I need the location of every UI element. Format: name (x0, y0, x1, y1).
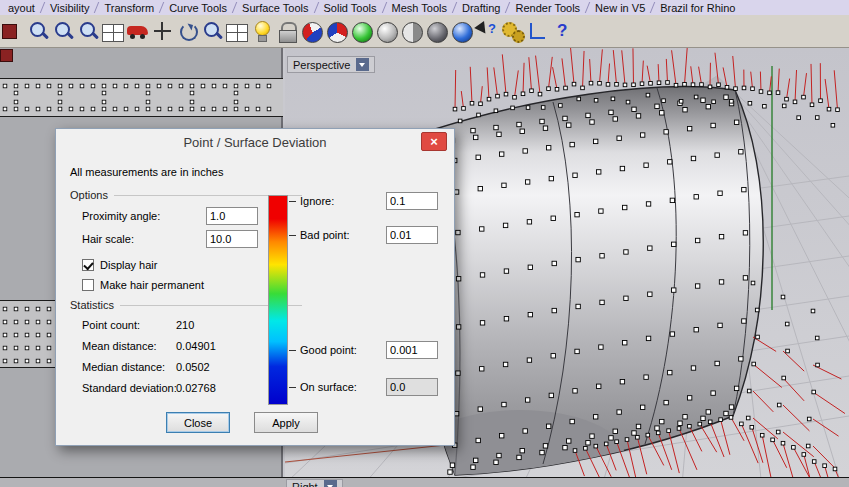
render-sphere-icon[interactable] (325, 19, 348, 44)
rhino-window: ayoutVisibilityTransformCurve ToolsSurfa… (0, 0, 849, 487)
left-viewport-object-strip-lower (0, 300, 57, 368)
stat-value: 210 (176, 319, 194, 331)
stat-row-standard-deviation: Standard deviation: 0.02768 (82, 382, 292, 398)
technical-display-icon[interactable] (425, 19, 448, 44)
options-gears-icon[interactable] (500, 19, 523, 44)
viewport-title-right[interactable]: Right (286, 479, 343, 487)
tick-line (289, 350, 296, 351)
hair-scale-input[interactable] (206, 230, 258, 248)
tick-line (289, 235, 296, 236)
toolbar (0, 15, 849, 48)
menu-item-brazil-for-rhino[interactable]: Brazil for Rhino (653, 2, 742, 14)
menu-item-visibility[interactable]: Visibility (43, 2, 97, 14)
menu-item-render-tools[interactable]: Render Tools (508, 2, 587, 14)
stat-row-mean-distance: Mean distance: 0.04901 (82, 340, 292, 356)
rendered-display-icon[interactable] (450, 19, 473, 44)
zoom-extents-icon[interactable] (77, 19, 100, 44)
close-icon[interactable] (421, 132, 447, 151)
hair-scale-label: Hair scale: (82, 233, 134, 245)
bad-point-input[interactable] (386, 226, 438, 244)
stat-value: 0.04901 (176, 340, 216, 352)
docked-toolbar-icon[interactable] (0, 49, 13, 62)
display-hair-row[interactable]: Display hair (82, 258, 157, 272)
stat-label: Standard deviation: (82, 382, 177, 394)
make-hair-permanent-row[interactable]: Make hair permanent (82, 278, 204, 292)
make-hair-permanent-checkbox[interactable] (82, 279, 94, 291)
what-is-cursor-icon[interactable] (475, 19, 498, 44)
stat-label: Mean distance: (82, 340, 157, 352)
tick-line (289, 201, 296, 202)
left-viewport-points-lower (0, 301, 56, 367)
menu-item-solid-tools[interactable]: Solid Tools (317, 2, 384, 14)
pan-view-icon[interactable] (151, 19, 174, 44)
viewport-title[interactable]: Perspective (287, 56, 375, 73)
xray-display-icon[interactable] (400, 19, 423, 44)
menu-item-ayout[interactable]: ayout (1, 2, 42, 14)
menu-item-curve-tools[interactable]: Curve Tools (162, 2, 234, 14)
menu-item-surface-tools[interactable]: Surface Tools (235, 2, 315, 14)
help-icon[interactable] (550, 19, 573, 44)
stat-value: 0.02768 (176, 382, 216, 394)
display-hair-label: Display hair (100, 259, 157, 271)
proximity-angle-label: Proximity angle: (82, 210, 160, 222)
options-group-text: Options (70, 189, 108, 201)
named-views-icon[interactable] (226, 24, 248, 42)
bottom-viewport-strip: Right (0, 477, 849, 487)
dialog-titlebar[interactable]: Point / Surface Deviation (56, 129, 454, 155)
viewport-layout-icon[interactable] (102, 24, 124, 42)
menu-item-mesh-tools[interactable]: Mesh Tools (385, 2, 454, 14)
tick-line (289, 387, 296, 388)
units-note: All measurements are in inches (70, 166, 223, 178)
proximity-angle-row: Proximity angle: (82, 207, 160, 225)
left-viewport-points (0, 79, 283, 116)
zoom-window-icon[interactable] (27, 19, 50, 44)
menu-item-transform[interactable]: Transform (97, 2, 161, 14)
display-hair-checkbox[interactable] (82, 259, 94, 271)
point-surface-deviation-dialog: Point / Surface Deviation All measuremen… (55, 128, 455, 446)
dialog-title: Point / Surface Deviation (183, 135, 326, 150)
light-icon[interactable] (250, 19, 273, 44)
stat-label: Median distance: (82, 361, 165, 373)
walkabout-car-icon[interactable] (126, 19, 149, 44)
threshold-row-bad-point: Bad point: (289, 226, 449, 244)
close-button[interactable]: Close (166, 412, 230, 433)
toolbar-swatch-icon[interactable] (2, 24, 17, 39)
left-viewport-object-strip (0, 78, 283, 117)
menu-item-drafting[interactable]: Drafting (455, 2, 508, 14)
viewport-title-right-text[interactable]: Right (292, 481, 318, 487)
lock-icon[interactable] (275, 19, 298, 44)
ignore-input[interactable] (386, 192, 438, 210)
proximity-angle-input[interactable] (206, 207, 258, 225)
on-surface-label: On surface: (300, 381, 357, 393)
stat-label: Point count: (82, 319, 140, 331)
chevron-down-icon[interactable] (324, 480, 337, 487)
deviation-colorbar (268, 195, 288, 405)
stat-value: 0.0502 (176, 361, 210, 373)
hair-scale-row: Hair scale: (82, 230, 134, 248)
apply-button[interactable]: Apply (254, 412, 318, 433)
statistics-group-text: Statistics (70, 299, 114, 311)
zoom-dynamic-icon[interactable] (52, 19, 75, 44)
render-preview-icon[interactable] (300, 19, 323, 44)
menu-item-new-in-v5[interactable]: New in V5 (588, 2, 652, 14)
threshold-row-good-point: Good point: (289, 341, 449, 359)
good-point-input[interactable] (386, 341, 438, 359)
stat-row-median-distance: Median distance: 0.0502 (82, 361, 292, 377)
chevron-down-icon[interactable] (356, 58, 369, 71)
analyze-dimension-icon[interactable] (525, 19, 548, 44)
make-hair-permanent-label: Make hair permanent (100, 279, 204, 291)
on-surface-input[interactable] (386, 378, 438, 396)
good-point-label: Good point: (300, 344, 357, 356)
ignore-label: Ignore: (300, 195, 334, 207)
ghosted-display-icon[interactable] (375, 19, 398, 44)
threshold-row-on-surface: On surface: (289, 378, 449, 396)
stat-row-point-count: Point count: 210 (82, 319, 292, 335)
bad-point-label: Bad point: (300, 229, 350, 241)
viewport-title-text[interactable]: Perspective (293, 59, 350, 71)
threshold-row-ignore: Ignore: (289, 192, 449, 210)
zoom-target-icon[interactable] (201, 19, 224, 44)
rotate-view-icon[interactable] (176, 19, 199, 44)
shaded-display-icon[interactable] (350, 19, 373, 44)
menu-bar: ayoutVisibilityTransformCurve ToolsSurfa… (0, 0, 849, 15)
